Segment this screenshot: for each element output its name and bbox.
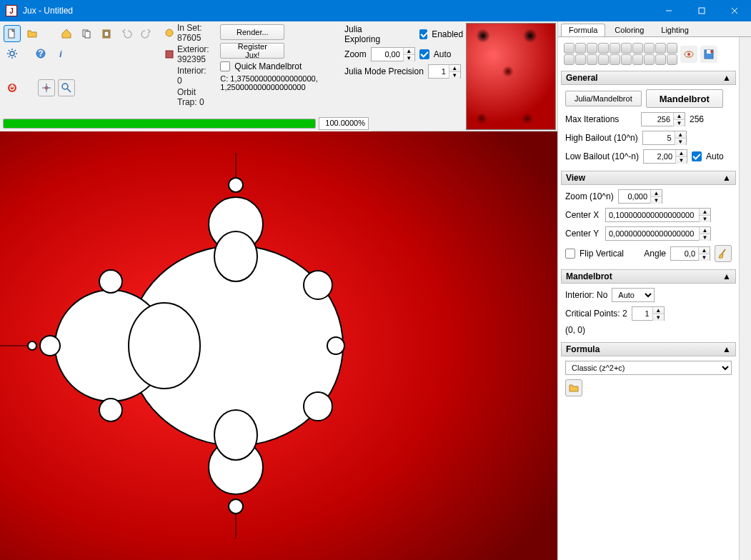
fractal-canvas[interactable] xyxy=(0,131,557,560)
titlebar: J Jux - Untitled xyxy=(0,0,751,21)
section-mandel-body: Interior: No Auto Critical Points: 2 ▲▼ … xyxy=(561,284,736,339)
svg-point-36 xyxy=(214,231,257,281)
panel-tabs: Formula Coloring Lighting xyxy=(558,21,751,37)
app-body: ? i In Set: 87605 Exterior: 392395 Inter… xyxy=(0,21,751,560)
crosshair-button[interactable] xyxy=(38,79,55,96)
section-view-header[interactable]: View▲ xyxy=(561,171,736,185)
julia-enabled-label: Enabled xyxy=(432,29,463,39)
layer-grid[interactable] xyxy=(564,43,677,65)
svg-point-29 xyxy=(166,29,173,36)
power-button[interactable] xyxy=(4,79,21,96)
info-button[interactable]: i xyxy=(52,45,69,62)
mid-block: Render... Register Jux! Quick Mandelbrot… xyxy=(212,21,342,131)
svg-rect-30 xyxy=(166,51,173,58)
redo-button[interactable] xyxy=(138,25,155,42)
svg-point-47 xyxy=(229,499,243,514)
lobail-spinner[interactable]: ▲▼ xyxy=(643,149,687,164)
lobail-auto-checkbox[interactable] xyxy=(692,151,702,161)
julia-enabled-checkbox[interactable] xyxy=(419,29,427,39)
flip-vertical-checkbox[interactable] xyxy=(565,249,575,259)
svg-point-40 xyxy=(28,341,36,350)
save-palette-button[interactable] xyxy=(700,46,717,63)
svg-point-34 xyxy=(129,303,200,389)
formula-combo[interactable]: Classic (z^2+c) xyxy=(565,361,732,375)
julia-zoom-label: Zoom xyxy=(344,49,367,59)
svg-text:?: ? xyxy=(38,49,43,59)
flip-vertical-label: Flip Vertical xyxy=(580,249,624,259)
julia-precision-spinner[interactable]: ▲▼ xyxy=(428,64,461,79)
maxiter-spinner[interactable]: ▲▼ xyxy=(641,112,685,126)
svg-point-43 xyxy=(304,271,332,299)
section-formula-header[interactable]: Formula▲ xyxy=(561,342,736,356)
panel-scrollbar[interactable] xyxy=(739,37,751,560)
julia-preview[interactable] xyxy=(466,23,556,130)
open-formula-button[interactable] xyxy=(565,379,582,396)
svg-point-45 xyxy=(327,337,344,354)
origin-label: (0, 0) xyxy=(565,325,585,335)
exterior-stat: Exterior: 392395 xyxy=(177,44,212,64)
maximize-button[interactable] xyxy=(685,0,718,21)
register-button[interactable]: Register Jux! xyxy=(220,43,284,59)
mandelbrot-button[interactable]: Mandelbrot xyxy=(646,89,723,108)
progress-row: 100.0000% xyxy=(0,116,372,131)
julia-auto-checkbox[interactable] xyxy=(419,49,429,59)
svg-line-14 xyxy=(9,50,10,51)
maxiter-suffix: 256 xyxy=(690,114,704,124)
app-icon: J xyxy=(6,5,17,16)
svg-rect-6 xyxy=(85,31,90,38)
critpts-label: Critical Points: 2 xyxy=(565,309,627,319)
svg-text:i: i xyxy=(59,49,62,59)
tab-lighting[interactable]: Lighting xyxy=(653,24,697,36)
left-column: ? i In Set: 87605 Exterior: 392395 Inter… xyxy=(0,21,557,560)
quick-mandel-label: Quick Mandelbrot xyxy=(234,61,302,71)
hibail-spinner[interactable]: ▲▼ xyxy=(642,131,687,145)
view-zoom-spinner[interactable]: ▲▼ xyxy=(618,189,662,204)
zoom-button[interactable] xyxy=(58,79,75,96)
right-panel: Formula Coloring Lighting General ▲ xyxy=(557,21,751,560)
lobail-auto-label: Auto xyxy=(706,151,724,161)
tab-coloring[interactable]: Coloring xyxy=(607,24,652,36)
julia-mandel-button[interactable]: Julia/Mandelbrot xyxy=(565,91,642,106)
critpts-spinner[interactable]: ▲▼ xyxy=(632,306,665,321)
paste-button[interactable] xyxy=(98,25,115,42)
minimize-button[interactable] xyxy=(652,0,685,21)
svg-point-42 xyxy=(99,399,122,421)
angle-spinner[interactable]: ▲▼ xyxy=(670,246,710,261)
orbittrap-stat: Orbit Trap: 0 xyxy=(177,87,212,107)
section-general-header[interactable]: General ▲ xyxy=(561,71,736,85)
svg-point-55 xyxy=(710,50,713,53)
settings-button[interactable] xyxy=(4,45,21,62)
new-file-button[interactable] xyxy=(4,25,21,42)
eye-palette-button[interactable] xyxy=(680,46,697,63)
home-button[interactable] xyxy=(58,25,75,42)
view-cy-label: Center Y xyxy=(565,229,601,239)
help-button[interactable]: ? xyxy=(32,45,49,62)
quick-mandel-checkbox[interactable] xyxy=(220,61,230,71)
tab-formula[interactable]: Formula xyxy=(561,24,605,36)
copy-button[interactable] xyxy=(78,25,95,42)
inset-stat: In Set: 87605 xyxy=(177,23,212,43)
hibail-label: High Bailout (10^n) xyxy=(565,133,638,143)
collapse-icon: ▲ xyxy=(722,73,731,83)
view-cy-spinner[interactable]: ▲▼ xyxy=(605,226,711,241)
open-file-button[interactable] xyxy=(24,25,41,42)
broom-button[interactable] xyxy=(715,245,732,262)
section-mandel-header[interactable]: Mandelbrot▲ xyxy=(561,269,736,284)
toolbar-area: ? i In Set: 87605 Exterior: 392395 Inter… xyxy=(0,21,557,131)
svg-line-17 xyxy=(15,50,16,51)
view-cx-label: Center X xyxy=(565,210,601,220)
window-title: Jux - Untitled xyxy=(23,6,652,16)
section-formula-body: Classic (z^2+c) xyxy=(561,356,736,401)
progress-bar xyxy=(3,119,316,129)
svg-line-16 xyxy=(9,56,10,58)
view-cx-spinner[interactable]: ▲▼ xyxy=(605,208,711,222)
progress-text: 100.0000% xyxy=(319,117,369,130)
julia-zoom-spinner[interactable]: ▲▼ xyxy=(371,47,415,61)
interior-combo[interactable]: Auto xyxy=(612,288,655,302)
julia-block: Julia Exploring Enabled Zoom ▲▼ Auto Jul… xyxy=(342,21,466,131)
svg-point-41 xyxy=(99,270,122,293)
undo-button[interactable] xyxy=(118,25,135,42)
close-button[interactable] xyxy=(718,0,751,21)
render-button[interactable]: Render... xyxy=(220,24,284,40)
svg-point-52 xyxy=(687,53,690,56)
